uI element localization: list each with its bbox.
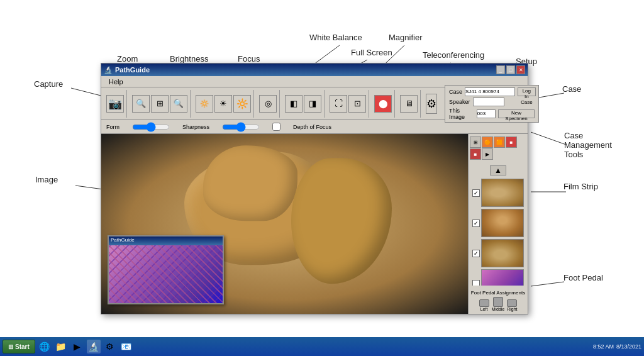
- taskbar-icon-folder[interactable]: 📁: [54, 340, 68, 353]
- zoom-fit-icon: ⊞: [157, 99, 164, 108]
- capture-button[interactable]: 📷: [106, 95, 124, 113]
- taskbar-icon-browser[interactable]: 🌐: [38, 340, 52, 353]
- depth-label: Depth of Focus: [293, 124, 331, 130]
- focus-button[interactable]: ◎: [259, 95, 277, 113]
- specimen-lobe1: [203, 145, 297, 221]
- taskbar-icon-media[interactable]: ▶: [70, 340, 84, 353]
- toolbar-wb-group: ◧ ◨: [282, 90, 325, 118]
- sharpness-slider[interactable]: [222, 124, 260, 130]
- brightness-low-icon: 🔅: [199, 99, 209, 108]
- chevron-up-icon: ▲: [494, 166, 502, 175]
- film-checkbox-4[interactable]: [472, 280, 480, 286]
- zoom-minus-icon: 🔍: [136, 99, 146, 108]
- taskbar-icon-pathguide[interactable]: 🔬: [87, 340, 101, 353]
- close-button[interactable]: ✕: [516, 65, 525, 74]
- fullscreen-icon2: ⊡: [354, 99, 361, 108]
- case-input[interactable]: [465, 87, 515, 96]
- annotation-case: Case: [562, 84, 581, 94]
- toolbar: 📷 🔍 ⊞ 🔎 🔅 ☀ 🔆: [101, 87, 528, 120]
- sidebar-btn-2[interactable]: 🟠: [482, 136, 493, 148]
- brightness-high-button[interactable]: 🔆: [233, 95, 251, 113]
- minimize-button[interactable]: _: [496, 65, 505, 74]
- this-image-input[interactable]: [477, 109, 496, 118]
- pedal-left-button[interactable]: [479, 299, 489, 307]
- taskbar-icon-settings[interactable]: ⚙: [103, 340, 117, 353]
- app-window: 🔬 PathGuide _ □ ✕ Help 📷 🔍 ⊞ 🔎: [101, 63, 528, 314]
- annotation-zoom: Zoom: [117, 54, 138, 64]
- annotation-magnifier: Magnifier: [389, 33, 422, 42]
- form-slider[interactable]: [132, 124, 170, 130]
- sidebar-btn-4[interactable]: ■: [506, 136, 517, 148]
- brightness-mid-icon: ☀: [219, 99, 227, 108]
- wb-button1[interactable]: ◧: [285, 95, 303, 113]
- pedal-right-button[interactable]: [507, 299, 517, 307]
- taskbar: ⊞ Start 🌐 📁 ▶ 🔬 ⚙ 📧 8:52 AM 8/13/2021: [0, 337, 644, 356]
- pedal-right: Right: [507, 299, 517, 311]
- pedal-left-label: Left: [480, 307, 488, 311]
- annotation-foot-pedal: Foot Pedal: [564, 273, 603, 282]
- sidebar-btn-3[interactable]: 🟧: [494, 136, 505, 148]
- annotation-teleconferencing: Teleconferencing: [423, 50, 484, 60]
- film-thumb-4[interactable]: [481, 269, 524, 286]
- zoom-plus-button[interactable]: 🔎: [170, 95, 187, 113]
- film-thumb-3[interactable]: [481, 239, 524, 267]
- film-strip-up-button[interactable]: ▲: [490, 165, 506, 175]
- fullscreen-button1[interactable]: ⛶: [330, 95, 347, 113]
- sidebar-nav-right[interactable]: ▶: [482, 148, 493, 160]
- taskbar-right: 8:52 AM 8/13/2021: [593, 343, 641, 350]
- foot-pedal-icons: Left Middle Right: [479, 297, 518, 311]
- maximize-button[interactable]: □: [506, 65, 515, 74]
- taskbar-icon-email[interactable]: 📧: [119, 340, 133, 353]
- case-label: Case: [449, 89, 462, 95]
- title-bar-buttons: _ □ ✕: [496, 65, 525, 74]
- pedal-middle: Middle: [492, 297, 505, 311]
- setup-icon: ⚙: [426, 97, 436, 111]
- speaker-input[interactable]: [473, 97, 504, 106]
- log-in-case-button[interactable]: Log In Case: [518, 87, 536, 96]
- case-panel: Case Log In Case Speaker This Image New …: [445, 85, 539, 123]
- film-thumb-1[interactable]: [481, 179, 524, 207]
- toolbar-capture-group: 📷: [104, 90, 127, 118]
- sidebar-btn-1[interactable]: ⊞: [470, 136, 481, 148]
- depth-checkbox[interactable]: [272, 123, 280, 131]
- new-specimen-button[interactable]: New Specimen: [498, 109, 535, 118]
- specimen-lobe2: [291, 158, 392, 284]
- brightness-low-button[interactable]: 🔅: [196, 95, 213, 113]
- capture-icon: 📷: [108, 97, 122, 111]
- title-bar: 🔬 PathGuide _ □ ✕: [101, 64, 528, 76]
- film-item-1: ✓: [472, 179, 524, 207]
- toolbar-zoom-group: 🔍 ⊞ 🔎: [130, 90, 191, 118]
- annotation-full-screen: Full Screen: [351, 48, 392, 57]
- foot-pedal-title: Foot Pedal Assignments: [471, 290, 525, 296]
- wb-button2[interactable]: ◨: [304, 95, 321, 113]
- film-checkbox-2[interactable]: ✓: [472, 220, 480, 227]
- setup-button[interactable]: ⚙: [426, 94, 437, 114]
- wb-icon1: ◧: [290, 99, 297, 108]
- focus-icon: ◎: [265, 99, 272, 108]
- annotation-white-balance: White Balance: [309, 33, 362, 42]
- main-content: PathGuide ⊞ 🟠 🟧 ■ ■ ▶: [101, 134, 528, 314]
- film-item-4: [472, 269, 524, 286]
- film-thumb-2[interactable]: [481, 209, 524, 237]
- toolbar-teleconf-group: 🖥: [397, 90, 421, 118]
- start-button[interactable]: ⊞ Start: [3, 340, 35, 353]
- toolbar-focus-group: ◎: [257, 90, 280, 118]
- zoom-minus-button[interactable]: 🔍: [132, 95, 150, 113]
- mini-window-title: PathGuide: [109, 236, 223, 245]
- this-image-label: This Image: [449, 108, 474, 120]
- mini-window: PathGuide: [108, 235, 224, 304]
- zoom-fit-button[interactable]: ⊞: [151, 95, 169, 113]
- teleconf-button[interactable]: 🖥: [400, 95, 418, 113]
- fullscreen-button2[interactable]: ⊡: [348, 95, 366, 113]
- sidebar-btn-5[interactable]: ■: [470, 148, 481, 160]
- wb-icon2: ◨: [309, 99, 316, 108]
- menu-help[interactable]: Help: [104, 78, 128, 86]
- brightness-mid-button[interactable]: ☀: [214, 95, 232, 113]
- specimen-image: PathGuide: [101, 134, 468, 314]
- app-icon: 🔬: [104, 66, 113, 74]
- magnifier-button[interactable]: ⬤: [374, 95, 392, 113]
- film-checkbox-1[interactable]: ✓: [472, 189, 480, 197]
- film-strip: ▲ ✓ ✓ ✓: [472, 164, 524, 286]
- film-checkbox-3[interactable]: ✓: [472, 250, 480, 257]
- pedal-middle-button[interactable]: [493, 297, 503, 307]
